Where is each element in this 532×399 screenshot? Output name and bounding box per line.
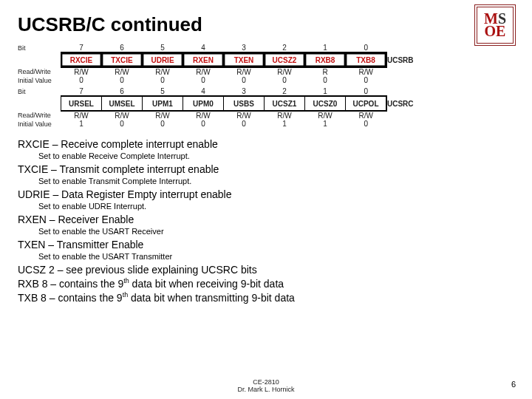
bit-cell: UDRIE [143, 52, 183, 67]
row-label: Initial Value [18, 76, 61, 84]
reg-table-ucsrc: Bit 7 6 5 4 3 2 1 0 URSEL UMSEL UPM1 UPM… [18, 87, 414, 128]
desc-sub: Set to enable UDRE Interrupt. [38, 202, 514, 211]
desc-sub: Set to enable Transmit Complete Interrup… [38, 177, 514, 185]
desc-sub: Set to enable the USART Receiver [38, 227, 514, 236]
desc-term: RXCIE – Receive complete interrupt enabl… [18, 138, 218, 150]
register-name: UCSRC [386, 96, 414, 111]
bit-cell: UCSZ0 [305, 96, 346, 111]
footer: CE-2810Dr. Mark L. Hornick [0, 378, 532, 393]
desc-term: TXCIE – Transmit complete interrupt enab… [18, 163, 219, 175]
bit-cell: RXCIE [61, 52, 102, 67]
bit-cell: TXB8 [346, 52, 387, 67]
register-diagram: Bit 7 6 5 4 3 2 1 0 RXCIE TXCIE UDRIE RX… [18, 44, 514, 128]
bit-cell: RXB8 [305, 52, 346, 67]
bit-cell: URSEL [61, 96, 102, 111]
logo-msoe: MSOE [474, 4, 516, 46]
row-label: Bit [18, 87, 61, 96]
bit-cell: TXEN [224, 52, 265, 67]
row-label: Read/Write [18, 111, 61, 120]
desc-term: UDRIE – Data Register Empty interrupt en… [18, 188, 231, 200]
bit-cell: TXCIE [102, 52, 143, 67]
page-title: UCSRB/C continued [18, 13, 514, 36]
desc-term: RXEN – Receiver Enable [18, 214, 134, 225]
row-label: Bit [18, 44, 61, 52]
bit-cell: UMSEL [102, 96, 143, 111]
bit-cell: USBS [224, 96, 265, 111]
desc-sub: Set to enable Receive Complete Interrupt… [38, 151, 514, 160]
desc-term: UCSZ 2 – see previous slide explaining U… [18, 264, 257, 276]
bit-cell: UCSZ2 [265, 52, 305, 67]
row-label: Initial Value [18, 120, 61, 128]
desc-term: RXB 8 – contains the 9th data bit when r… [18, 277, 514, 290]
register-name: UCSRB [386, 52, 414, 67]
bit-cell: RXEN [183, 52, 224, 67]
desc-term: TXEN – Transmitter Enable [18, 239, 143, 250]
bit-cell: UCPOL [346, 96, 387, 111]
bit-cell: UCSZ1 [265, 96, 305, 111]
bit-cell: UPM0 [183, 96, 224, 111]
reg-table-ucsrb: Bit 7 6 5 4 3 2 1 0 RXCIE TXCIE UDRIE RX… [18, 44, 414, 84]
bit-cell: UPM1 [143, 96, 183, 111]
descriptions: RXCIE – Receive complete interrupt enabl… [18, 138, 514, 303]
page-number: 6 [511, 380, 516, 389]
row-label: Read/Write [18, 67, 61, 76]
desc-sub: Set to enable the USART Transmitter [38, 252, 514, 261]
desc-term: TXB 8 – contains the 9th data bit when t… [18, 291, 514, 304]
